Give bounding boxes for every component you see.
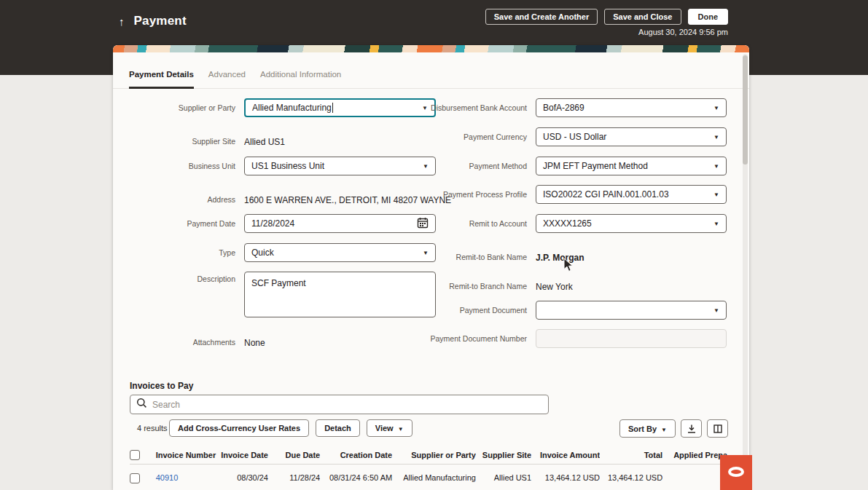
select-all-checkbox[interactable] (130, 450, 140, 460)
remit-to-branch-name-value: New York (536, 277, 573, 292)
oracle-logo-icon (728, 467, 744, 477)
supplier-site-value: Allied US1 (244, 132, 285, 147)
creation-date-value: 08/31/24 6:50 AM (320, 473, 392, 490)
search-input[interactable] (152, 400, 542, 410)
col-due-date: Due Date (268, 451, 320, 459)
description-label: Description (129, 272, 235, 283)
columns-icon (713, 424, 723, 434)
address-label: Address (129, 190, 235, 204)
invoice-amount-value: 13,464.12 USD (531, 473, 600, 490)
due-date-value: 11/28/24 (268, 473, 320, 490)
attachments-value: None (244, 333, 265, 348)
payment-document-label: Payment Document (404, 301, 527, 315)
invoice-table-header: Invoice Number Invoice Date Due Date Cre… (130, 446, 749, 465)
supplier-or-party-label: Supplier or Party (129, 98, 235, 112)
mouse-cursor (563, 258, 574, 275)
done-button[interactable]: Done (688, 9, 729, 25)
invoice-number-link[interactable]: 40910 (156, 473, 179, 482)
add-cross-currency-user-rates-button[interactable]: Add Cross-Currency User Rates (169, 419, 309, 437)
save-and-create-another-button[interactable]: Save and Create Another (485, 9, 598, 25)
disbursement-bank-account-label: Disbursement Bank Account (404, 98, 527, 112)
col-invoice-date: Invoice Date (218, 451, 268, 459)
col-creation-date: Creation Date (320, 451, 392, 459)
invoice-date-value: 08/30/24 (218, 473, 268, 490)
invoice-search[interactable] (130, 395, 549, 414)
payment-process-profile-label: Payment Process Profile (404, 185, 527, 199)
remit-to-bank-name-label: Remit-to Bank Name (404, 248, 527, 261)
chevron-down-icon: ▼ (708, 134, 719, 141)
remit-to-account-label: Remit to Account (404, 214, 527, 228)
sort-by-button[interactable]: Sort By▼ (619, 419, 676, 438)
payment-document-number-label: Payment Document Number (404, 329, 527, 343)
tab-additional-information[interactable]: Additional Information (260, 70, 341, 88)
scrollbar-thumb[interactable] (743, 55, 748, 165)
download-button[interactable] (681, 419, 702, 438)
search-icon (136, 398, 147, 411)
col-invoice-number: Invoice Number (152, 451, 218, 459)
payment-date-label: Payment Date (129, 214, 235, 228)
save-and-close-button[interactable]: Save and Close (604, 9, 681, 25)
business-unit-label: Business Unit (129, 157, 235, 170)
supplier-site-cell: Allied US1 (476, 473, 531, 490)
payment-currency-label: Payment Currency (404, 127, 527, 141)
type-label: Type (129, 243, 235, 257)
payment-currency-select[interactable]: USD - US Dollar ▼ (536, 127, 727, 146)
chevron-down-icon: ▼ (661, 427, 667, 433)
chevron-down-icon: ▼ (708, 163, 719, 170)
supplier-site-label: Supplier Site (129, 132, 235, 146)
oracle-assistant-button[interactable] (720, 455, 752, 490)
payment-card: Payment Details Advanced Additional Info… (113, 45, 749, 490)
chevron-down-icon: ▼ (708, 221, 719, 227)
payment-method-select[interactable]: JPM EFT Payment Method ▼ (536, 157, 727, 175)
payment-document-select[interactable]: ▼ (536, 301, 727, 320)
col-supplier-or-party: Supplier or Party (392, 451, 476, 459)
detach-button[interactable]: Detach (316, 419, 360, 437)
remit-to-bank-name-value: J.P. Morgan (536, 248, 584, 263)
payment-method-label: Payment Method (404, 157, 527, 170)
results-count: 4 results (137, 424, 168, 432)
table-row: 40910 08/30/24 11/28/24 08/31/24 6:50 AM… (130, 465, 749, 490)
page-title: Payment (134, 14, 187, 28)
row-checkbox[interactable] (130, 473, 140, 483)
total-value: 13,464.12 USD (600, 473, 662, 490)
download-icon (687, 424, 697, 434)
tab-bar: Payment Details Advanced Additional Info… (113, 52, 749, 89)
remit-to-branch-name-label: Remit-to Branch Name (404, 277, 527, 291)
remit-to-account-select[interactable]: XXXXX1265 ▼ (536, 214, 727, 233)
col-total: Total (600, 451, 662, 459)
payment-document-number-input[interactable] (536, 329, 727, 348)
navigate-up-icon[interactable]: ↑ (119, 16, 125, 27)
tab-advanced[interactable]: Advanced (208, 70, 246, 88)
invoice-toolbar: 4 results Add Cross-Currency User Rates … (113, 419, 749, 438)
decorative-banner (113, 45, 749, 52)
payment-process-profile-select[interactable]: ISO20022 CGI PAIN.001.001.03 ▼ (536, 185, 727, 204)
supplier-value: Allied Manufacturing (392, 473, 476, 490)
invoices-to-pay-heading: Invoices to Pay (130, 381, 193, 391)
manage-columns-button[interactable] (707, 419, 728, 438)
chevron-down-icon: ▼ (708, 307, 719, 314)
tab-payment-details[interactable]: Payment Details (129, 70, 194, 89)
last-saved-timestamp: August 30, 2024 9:56 pm (638, 28, 728, 36)
chevron-down-icon: ▼ (398, 426, 404, 432)
col-supplier-site: Supplier Site (476, 451, 531, 459)
chevron-down-icon: ▼ (708, 105, 719, 111)
view-menu-button[interactable]: View▼ (367, 419, 413, 437)
text-caret (332, 103, 333, 113)
chevron-down-icon: ▼ (708, 191, 719, 198)
disbursement-bank-account-select[interactable]: BofA-2869 ▼ (536, 98, 727, 117)
attachments-label: Attachments (129, 333, 235, 347)
scrollbar-track[interactable] (743, 54, 748, 489)
col-invoice-amount: Invoice Amount (531, 451, 600, 459)
